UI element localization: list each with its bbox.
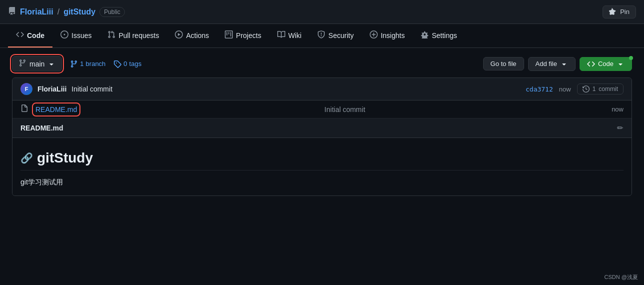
issues-tab-icon xyxy=(60,30,68,40)
commit-panel: F FloriaLiii Initial commit cda3712 now … xyxy=(12,78,632,196)
tab-issues-label: Issues xyxy=(71,32,91,40)
readme-heading: 🔗 gitStudy xyxy=(20,150,624,170)
tab-projects-label: Projects xyxy=(236,32,261,40)
avatar: F xyxy=(20,83,32,95)
tab-security[interactable]: Security xyxy=(309,24,362,48)
tab-settings[interactable]: Settings xyxy=(413,24,465,48)
tab-security-label: Security xyxy=(328,32,354,40)
add-file-button[interactable]: Add file xyxy=(528,57,576,71)
pr-tab-icon xyxy=(107,30,115,40)
repo-separator: / xyxy=(57,8,59,16)
commit-author[interactable]: FloriaLiii xyxy=(37,85,66,93)
add-file-label: Add file xyxy=(536,60,557,68)
file-name-link[interactable]: README.md xyxy=(34,105,78,114)
tab-code-label: Code xyxy=(27,32,44,40)
tab-projects[interactable]: Projects xyxy=(217,24,269,48)
tag-count-link[interactable]: 0 tags xyxy=(113,60,141,68)
commit-message: Initial commit xyxy=(71,85,521,93)
repo-icon xyxy=(8,7,16,17)
branch-count-link[interactable]: 1 branch xyxy=(70,60,105,68)
tab-wiki-label: Wiki xyxy=(288,32,301,40)
branch-count: 1 xyxy=(80,60,83,68)
tab-pr-label: Pull requests xyxy=(118,32,159,40)
tab-pull-requests[interactable]: Pull requests xyxy=(99,24,167,48)
repo-owner[interactable]: FloriaLiii xyxy=(20,8,53,16)
edit-readme-icon[interactable]: ✏ xyxy=(617,124,624,132)
branch-right: Go to file Add file Code xyxy=(483,57,632,71)
readme-body: 🔗 gitStudy git学习测试用 xyxy=(12,138,632,196)
actions-tab-icon xyxy=(175,30,183,40)
tab-wiki[interactable]: Wiki xyxy=(269,24,309,48)
tab-actions-label: Actions xyxy=(186,32,209,40)
tab-issues[interactable]: Issues xyxy=(52,24,99,48)
repo-title: FloriaLiii / gitStudy Public xyxy=(8,7,125,17)
tab-insights-label: Insights xyxy=(381,32,405,40)
tab-actions[interactable]: Actions xyxy=(167,24,217,48)
branch-selector-icon xyxy=(18,59,26,68)
heading-link-icon: 🔗 xyxy=(20,152,33,164)
code-button-label: Code xyxy=(598,60,614,68)
wiki-tab-icon xyxy=(277,30,285,40)
commit-count: 1 xyxy=(593,86,596,92)
pin-label: Pin xyxy=(620,8,630,16)
readme-title: README.md xyxy=(20,124,63,132)
commit-time: now xyxy=(559,86,571,93)
tag-label: tags xyxy=(129,60,142,68)
commit-hash[interactable]: cda3712 xyxy=(526,86,553,93)
commit-header: F FloriaLiii Initial commit cda3712 now … xyxy=(12,78,632,100)
pin-button[interactable]: Pin xyxy=(603,6,636,18)
main-content: main 1 branch 0 tags Go to file Add file xyxy=(0,48,644,204)
branch-label: branch xyxy=(86,60,106,68)
nav-tabs: Code Issues Pull requests Actions Projec… xyxy=(0,24,644,48)
file-commit-message: Initial commit xyxy=(84,106,606,114)
branch-name: main xyxy=(29,60,44,68)
readme-header: README.md ✏ xyxy=(12,118,632,138)
security-tab-icon xyxy=(317,30,325,40)
visibility-badge: Public xyxy=(99,7,125,17)
branch-bar: main 1 branch 0 tags Go to file Add file xyxy=(12,56,632,72)
branch-left: main 1 branch 0 tags xyxy=(12,56,141,72)
code-button[interactable]: Code xyxy=(580,57,632,71)
insights-tab-icon xyxy=(370,30,378,40)
avatar-image: F xyxy=(20,83,32,95)
file-row: README.md Initial commit now xyxy=(12,100,632,118)
code-tab-icon xyxy=(16,30,24,40)
commit-meta: cda3712 now 1 commit xyxy=(526,84,624,94)
projects-tab-icon xyxy=(225,30,233,40)
tab-settings-label: Settings xyxy=(432,32,457,40)
commit-count-label: commit xyxy=(599,86,618,92)
repo-name[interactable]: gitStudy xyxy=(63,8,95,16)
top-bar: FloriaLiii / gitStudy Public Pin xyxy=(0,0,644,24)
file-icon xyxy=(20,104,28,114)
watermark: CSDN @浅夏 xyxy=(605,274,638,281)
branch-selector[interactable]: main xyxy=(12,56,62,72)
readme-heading-text: gitStudy xyxy=(37,150,93,166)
settings-tab-icon xyxy=(421,30,429,40)
readme-description: git学习测试用 xyxy=(20,176,624,188)
tab-insights[interactable]: Insights xyxy=(362,24,413,48)
commit-count-button[interactable]: 1 commit xyxy=(577,84,624,94)
go-to-file-button[interactable]: Go to file xyxy=(483,57,524,70)
file-time: now xyxy=(612,106,624,113)
tab-code[interactable]: Code xyxy=(8,24,52,48)
tag-count: 0 xyxy=(123,60,127,68)
